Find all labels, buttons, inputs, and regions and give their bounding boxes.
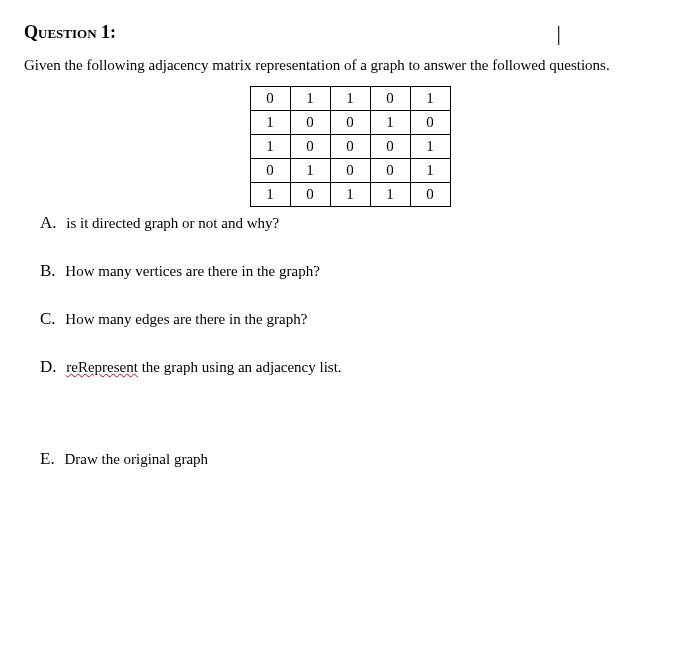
matrix-cell: 0 <box>330 111 370 135</box>
matrix-cell: 0 <box>410 183 450 207</box>
part-d: D. reRepresent the graph using an adjace… <box>24 357 676 377</box>
matrix-cell: 1 <box>370 183 410 207</box>
part-text-d-rest: the graph using an adjacency list. <box>138 359 342 375</box>
matrix-cell: 0 <box>330 135 370 159</box>
table-row: 1 0 0 1 0 <box>250 111 450 135</box>
part-label-d: D. <box>40 357 57 376</box>
part-c: C. How many edges are there in the graph… <box>24 309 676 329</box>
table-row: 1 0 1 1 0 <box>250 183 450 207</box>
matrix-cell: 1 <box>410 159 450 183</box>
part-label-b: B. <box>40 261 56 280</box>
table-row: 1 0 0 0 1 <box>250 135 450 159</box>
matrix-cell: 1 <box>250 183 290 207</box>
matrix-cell: 0 <box>250 159 290 183</box>
part-text-c: How many edges are there in the graph? <box>65 311 307 327</box>
spellcheck-word: reRepresent <box>66 359 138 375</box>
matrix-cell: 0 <box>370 87 410 111</box>
part-a: A. is it directed graph or not and why? <box>24 213 676 233</box>
part-text-a: is it directed graph or not and why? <box>66 215 279 231</box>
matrix-container: 0 1 1 0 1 1 0 0 1 0 1 0 0 0 1 0 1 0 0 1 <box>24 86 676 207</box>
question-title: Question 1: <box>24 22 676 43</box>
matrix-cell: 1 <box>250 111 290 135</box>
matrix-cell: 0 <box>250 87 290 111</box>
table-row: 0 1 1 0 1 <box>250 87 450 111</box>
matrix-cell: 1 <box>290 159 330 183</box>
adjacency-matrix: 0 1 1 0 1 1 0 0 1 0 1 0 0 0 1 0 1 0 0 1 <box>250 86 451 207</box>
text-cursor: | <box>557 20 561 46</box>
matrix-cell: 1 <box>290 87 330 111</box>
matrix-cell: 0 <box>370 159 410 183</box>
part-text-e: Draw the original graph <box>64 451 208 467</box>
matrix-cell: 0 <box>290 111 330 135</box>
matrix-cell: 1 <box>330 87 370 111</box>
matrix-cell: 1 <box>410 87 450 111</box>
part-b: B. How many vertices are there in the gr… <box>24 261 676 281</box>
matrix-cell: 1 <box>250 135 290 159</box>
table-row: 0 1 0 0 1 <box>250 159 450 183</box>
matrix-cell: 0 <box>290 135 330 159</box>
part-label-e: E. <box>40 449 55 468</box>
part-text-b: How many vertices are there in the graph… <box>65 263 319 279</box>
part-label-a: A. <box>40 213 57 232</box>
matrix-cell: 0 <box>330 159 370 183</box>
part-label-c: C. <box>40 309 56 328</box>
matrix-cell: 0 <box>290 183 330 207</box>
intro-text: Given the following adjacency matrix rep… <box>24 57 676 74</box>
matrix-cell: 1 <box>410 135 450 159</box>
matrix-cell: 0 <box>410 111 450 135</box>
matrix-cell: 1 <box>330 183 370 207</box>
matrix-cell: 0 <box>370 135 410 159</box>
matrix-cell: 1 <box>370 111 410 135</box>
part-e: E. Draw the original graph <box>24 449 676 469</box>
